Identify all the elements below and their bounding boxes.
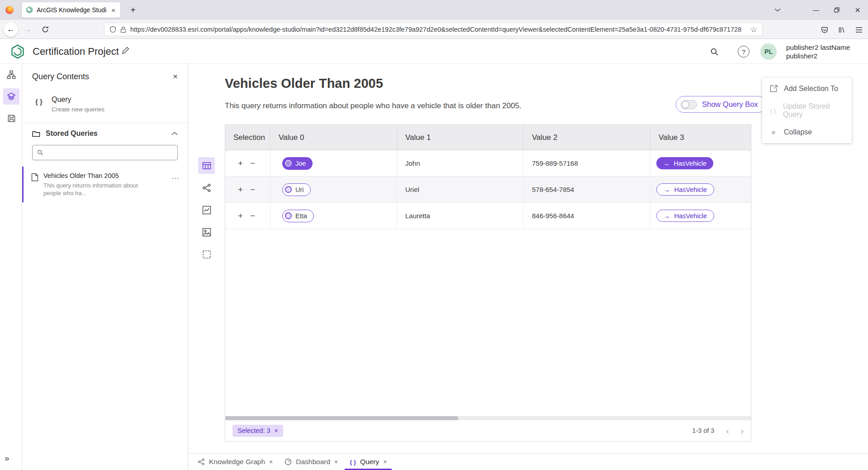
relationship-chip[interactable]: → HasVehicle xyxy=(656,210,714,222)
stored-queries-search[interactable] xyxy=(32,145,178,160)
expand-rail-button[interactable]: » xyxy=(5,453,9,463)
search-button[interactable] xyxy=(708,45,721,58)
url-input[interactable]: https://dev0028833.esri.com/portal/apps/… xyxy=(130,26,746,33)
pocket-icon[interactable] xyxy=(818,24,831,36)
menu-item-label: Collapse xyxy=(784,128,812,136)
tracking-protection-shield-icon[interactable] xyxy=(109,26,116,33)
stored-query-item[interactable]: Vehicles Older Than 2005 This query retu… xyxy=(22,167,188,202)
entity-chip[interactable]: Joe xyxy=(282,157,313,170)
select-tool-button[interactable] xyxy=(198,246,215,263)
table-footer: Selected: 3 × 1-3 of 3 ‹ › xyxy=(225,420,751,441)
nav-save-button[interactable] xyxy=(3,110,19,126)
selected-count-chip[interactable]: Selected: 3 × xyxy=(232,425,283,437)
stored-queries-search-input[interactable] xyxy=(47,149,173,156)
scrollbar-thumb[interactable] xyxy=(225,416,458,420)
back-button[interactable]: ← xyxy=(4,22,18,37)
tab-overflow-chevron-icon[interactable] xyxy=(772,5,783,15)
user-name: publisher2 lastName xyxy=(786,43,850,52)
window-restore-button[interactable] xyxy=(826,0,847,20)
chevron-up-icon[interactable] xyxy=(171,132,178,135)
reload-button[interactable] xyxy=(38,22,52,37)
add-selection-button[interactable]: + xyxy=(238,185,243,194)
tab-close-icon[interactable]: × xyxy=(110,6,116,14)
edit-title-pencil-icon[interactable] xyxy=(121,46,130,55)
query-item-subtitle: Create new queries xyxy=(52,106,104,113)
forward-button[interactable]: → xyxy=(21,22,35,37)
browser-navbar: ← → https://dev0028833.esri.com/portal/a… xyxy=(0,20,868,39)
tab-label: Dashboard xyxy=(296,458,330,466)
column-header: Value 1 xyxy=(397,125,524,150)
bookmark-star-icon[interactable]: ☆ xyxy=(750,25,757,34)
entity-chip[interactable]: Uri xyxy=(282,183,311,196)
map-view-button[interactable] xyxy=(198,224,215,240)
lock-icon[interactable] xyxy=(120,26,126,33)
project-title: Certification Project xyxy=(33,46,119,58)
stored-queries-header[interactable]: Stored Queries xyxy=(22,123,188,144)
menu-item-update-stored-query[interactable]: { } Update Stored Query xyxy=(762,100,852,121)
new-query-item[interactable]: { } Query Create new queries xyxy=(22,89,188,123)
horizontal-scrollbar[interactable] xyxy=(225,416,751,420)
app-menu-icon[interactable] xyxy=(853,24,865,36)
column-header: Value 0 xyxy=(270,125,397,150)
tab-title: ArcGIS Knowledge Studio xyxy=(37,6,107,14)
menu-item-add-selection-to[interactable]: Add Selection To xyxy=(762,78,852,100)
tab-close-icon[interactable]: × xyxy=(334,458,338,465)
entity-label: Uri xyxy=(295,186,304,193)
column-header: Selection xyxy=(225,125,270,150)
clear-selection-button[interactable]: × xyxy=(275,427,278,434)
panel-close-icon[interactable]: × xyxy=(173,72,178,82)
tab-close-icon[interactable]: × xyxy=(269,458,273,465)
double-chevron-icon: » xyxy=(769,128,778,136)
relationship-chip[interactable]: → HasVehicle xyxy=(656,183,714,196)
value2-cell: 846-956-8644 xyxy=(524,203,650,229)
entity-icon xyxy=(285,212,292,219)
extensions-icon[interactable] xyxy=(835,24,848,36)
left-icon-rail: » xyxy=(0,64,22,470)
stored-query-menu-button[interactable]: … xyxy=(171,172,180,181)
show-query-box-toggle[interactable] xyxy=(681,100,697,109)
previous-page-button[interactable]: ‹ xyxy=(726,427,729,435)
table-view-button[interactable] xyxy=(198,157,215,174)
value2-cell: 759-889-57168 xyxy=(524,150,650,176)
table-row[interactable]: + − Joe John 759-889-57168 → HasVehicle xyxy=(225,150,751,177)
content-tab-bar: Knowledge Graph × Dashboard × { } Query … xyxy=(188,453,868,470)
table-row[interactable]: + − Etta Lauretta 846-956-8644 → HasVehi… xyxy=(225,203,751,229)
entity-chip[interactable]: Etta xyxy=(282,210,314,222)
remove-selection-button[interactable]: − xyxy=(250,159,255,168)
window-minimize-button[interactable]: — xyxy=(806,0,826,20)
add-selection-button[interactable]: + xyxy=(238,211,243,220)
remove-selection-button[interactable]: − xyxy=(250,211,255,220)
panel-title: Query Contents xyxy=(32,72,89,82)
avatar[interactable]: PL xyxy=(760,43,777,60)
nav-layers-button[interactable] xyxy=(3,88,19,105)
link-chart-view-button[interactable] xyxy=(198,179,215,196)
relationship-chip[interactable]: → HasVehicle xyxy=(656,157,713,169)
entity-icon xyxy=(285,186,292,193)
menu-item-collapse[interactable]: » Collapse xyxy=(762,121,852,143)
new-tab-button[interactable]: + xyxy=(127,4,139,16)
arcgis-favicon xyxy=(26,6,33,14)
window-close-button[interactable]: × xyxy=(847,0,868,20)
table-row[interactable]: + − Uri Uriel 578-654-7854 → HasVehicle xyxy=(225,177,751,203)
user-info[interactable]: publisher2 lastName publisher2 xyxy=(786,43,850,60)
tab-close-icon[interactable]: × xyxy=(383,458,387,465)
show-query-box-control[interactable]: Show Query Box xyxy=(676,96,766,113)
braces-icon: { } xyxy=(769,107,777,114)
relationship-label: HasVehicle xyxy=(674,160,707,167)
tab-dashboard[interactable]: Dashboard × xyxy=(279,454,344,470)
dashboard-icon xyxy=(285,458,292,465)
tab-knowledge-graph[interactable]: Knowledge Graph × xyxy=(192,454,279,470)
column-header: Value 2 xyxy=(524,125,650,150)
value1-cell: Uriel xyxy=(397,177,524,202)
tab-query[interactable]: { } Query × xyxy=(344,454,393,470)
add-selection-button[interactable]: + xyxy=(238,159,243,168)
toggle-knob xyxy=(682,101,689,108)
browser-tab[interactable]: ArcGIS Knowledge Studio × xyxy=(22,2,120,18)
url-bar[interactable]: https://dev0028833.esri.com/portal/apps/… xyxy=(104,23,763,36)
stored-query-description: This query returns information about peo… xyxy=(43,182,147,197)
nav-data-model-button[interactable] xyxy=(3,67,19,83)
next-page-button[interactable]: › xyxy=(741,427,744,435)
remove-selection-button[interactable]: − xyxy=(250,185,255,194)
help-button[interactable]: ? xyxy=(738,46,749,58)
chart-view-button[interactable] xyxy=(198,201,215,218)
